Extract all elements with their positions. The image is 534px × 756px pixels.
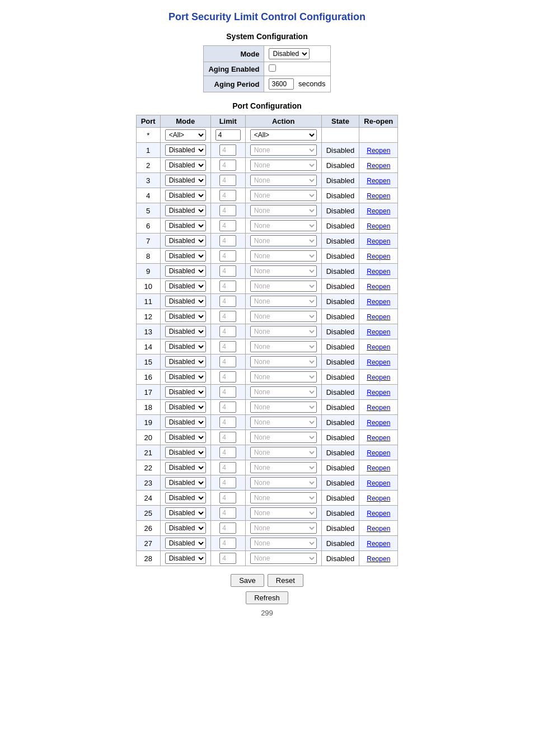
port-all-mode-select[interactable]: <All> Disabled Enabled [165, 129, 206, 141]
reopen-link[interactable]: Reopen [367, 298, 390, 306]
port-mode-select[interactable]: DisabledEnabled [165, 281, 206, 292]
aging-enabled-checkbox[interactable] [269, 64, 276, 72]
port-limit-input[interactable] [219, 265, 236, 277]
port-action-select[interactable]: NoneTrapShutdownTrap & Shutdown [250, 402, 317, 413]
port-action-select[interactable]: NoneTrapShutdownTrap & Shutdown [250, 144, 317, 156]
port-action-select[interactable]: NoneTrapShutdownTrap & Shutdown [250, 538, 317, 549]
port-mode-select[interactable]: DisabledEnabled [165, 447, 206, 458]
port-action-select[interactable]: NoneTrapShutdownTrap & Shutdown [250, 507, 317, 519]
mode-select[interactable]: Disabled Enabled [269, 48, 310, 59]
reopen-link[interactable]: Reopen [367, 464, 390, 472]
reopen-link[interactable]: Reopen [367, 343, 390, 351]
port-mode-select[interactable]: DisabledEnabled [165, 462, 206, 473]
port-action-select[interactable]: NoneTrapShutdownTrap & Shutdown [250, 250, 317, 262]
port-action-select[interactable]: NoneTrapShutdownTrap & Shutdown [250, 492, 317, 503]
port-mode-select[interactable]: DisabledEnabled [165, 311, 206, 322]
port-all-limit-input[interactable] [216, 129, 241, 141]
reopen-link[interactable]: Reopen [367, 555, 390, 563]
port-mode-select[interactable]: DisabledEnabled [165, 477, 206, 488]
port-limit-input[interactable] [219, 462, 236, 473]
port-limit-input[interactable] [219, 220, 236, 231]
port-mode-select[interactable]: DisabledEnabled [165, 356, 206, 367]
refresh-button[interactable]: Refresh [246, 591, 288, 604]
port-limit-input[interactable] [219, 235, 236, 246]
port-reopen[interactable]: Reopen [359, 491, 398, 506]
port-limit-input[interactable] [219, 144, 236, 156]
port-reopen[interactable]: Reopen [359, 521, 398, 536]
port-reopen[interactable]: Reopen [359, 385, 398, 400]
port-reopen[interactable]: Reopen [359, 249, 398, 264]
port-reopen[interactable]: Reopen [359, 536, 398, 551]
reopen-link[interactable]: Reopen [367, 494, 390, 502]
port-limit-input[interactable] [219, 356, 236, 367]
port-reopen[interactable]: Reopen [359, 475, 398, 491]
port-action-select[interactable]: NoneTrapShutdownTrap & Shutdown [250, 190, 317, 201]
port-reopen[interactable]: Reopen [359, 445, 398, 460]
port-mode-select[interactable]: DisabledEnabled [165, 190, 206, 201]
port-reopen[interactable]: Reopen [359, 264, 398, 279]
port-limit-input[interactable] [219, 538, 236, 549]
port-mode-select[interactable]: DisabledEnabled [165, 538, 206, 549]
port-mode-select[interactable]: DisabledEnabled [165, 417, 206, 428]
port-limit-input[interactable] [219, 402, 236, 413]
port-reopen[interactable]: Reopen [359, 430, 398, 445]
port-reopen[interactable]: Reopen [359, 460, 398, 475]
port-mode-select[interactable]: DisabledEnabled [165, 522, 206, 534]
port-limit-input[interactable] [219, 432, 236, 443]
reopen-link[interactable]: Reopen [367, 419, 390, 427]
port-mode-select[interactable]: DisabledEnabled [165, 175, 206, 186]
port-mode-select[interactable]: DisabledEnabled [165, 205, 206, 216]
port-mode-select[interactable]: DisabledEnabled [165, 235, 206, 246]
port-mode-select[interactable]: DisabledEnabled [165, 341, 206, 352]
port-reopen[interactable]: Reopen [359, 354, 398, 370]
port-reopen[interactable]: Reopen [359, 234, 398, 249]
aging-period-input[interactable] [269, 78, 294, 90]
reopen-link[interactable]: Reopen [367, 313, 390, 321]
port-limit-input[interactable] [219, 190, 236, 201]
port-action-select[interactable]: NoneTrapShutdownTrap & Shutdown [250, 553, 317, 564]
port-reopen[interactable]: Reopen [359, 551, 398, 566]
reopen-link[interactable]: Reopen [367, 389, 390, 396]
reopen-link[interactable]: Reopen [367, 540, 390, 548]
port-action-select[interactable]: NoneTrapShutdownTrap & Shutdown [250, 235, 317, 246]
reopen-link[interactable]: Reopen [367, 177, 390, 185]
reopen-link[interactable]: Reopen [367, 253, 390, 260]
port-reopen[interactable]: Reopen [359, 506, 398, 521]
port-limit-input[interactable] [219, 296, 236, 307]
port-action-select[interactable]: NoneTrapShutdownTrap & Shutdown [250, 371, 317, 382]
port-limit-input[interactable] [219, 326, 236, 337]
port-mode-select[interactable]: DisabledEnabled [165, 250, 206, 262]
port-limit-input[interactable] [219, 507, 236, 519]
port-limit-input[interactable] [219, 522, 236, 534]
port-action-select[interactable]: NoneTrapShutdownTrap & Shutdown [250, 220, 317, 231]
port-action-select[interactable]: NoneTrapShutdownTrap & Shutdown [250, 265, 317, 277]
port-action-select[interactable]: NoneTrapShutdownTrap & Shutdown [250, 175, 317, 186]
port-action-select[interactable]: NoneTrapShutdownTrap & Shutdown [250, 462, 317, 473]
reopen-link[interactable]: Reopen [367, 449, 390, 457]
reopen-link[interactable]: Reopen [367, 434, 390, 442]
port-mode-select[interactable]: DisabledEnabled [165, 326, 206, 337]
port-limit-input[interactable] [219, 386, 236, 398]
port-reopen[interactable]: Reopen [359, 218, 398, 234]
port-all-action-select[interactable]: <All> None Trap Shutdown Trap & Shutdown [250, 129, 317, 141]
port-action-select[interactable]: NoneTrapShutdownTrap & Shutdown [250, 432, 317, 443]
port-reopen[interactable]: Reopen [359, 309, 398, 324]
port-action-select[interactable]: NoneTrapShutdownTrap & Shutdown [250, 386, 317, 398]
port-limit-input[interactable] [219, 553, 236, 564]
port-action-select[interactable]: NoneTrapShutdownTrap & Shutdown [250, 296, 317, 307]
port-action-select[interactable]: NoneTrapShutdownTrap & Shutdown [250, 522, 317, 534]
save-button[interactable]: Save [231, 574, 264, 587]
port-limit-input[interactable] [219, 477, 236, 488]
port-mode-select[interactable]: DisabledEnabled [165, 296, 206, 307]
port-limit-input[interactable] [219, 341, 236, 352]
port-reopen[interactable]: Reopen [359, 294, 398, 309]
port-mode-select[interactable]: DisabledEnabled [165, 371, 206, 382]
reopen-link[interactable]: Reopen [367, 222, 390, 230]
port-limit-input[interactable] [219, 160, 236, 171]
reopen-link[interactable]: Reopen [367, 147, 390, 155]
port-reopen[interactable]: Reopen [359, 370, 398, 385]
port-mode-select[interactable]: DisabledEnabled [165, 402, 206, 413]
port-action-select[interactable]: NoneTrapShutdownTrap & Shutdown [250, 341, 317, 352]
port-action-select[interactable]: NoneTrapShutdownTrap & Shutdown [250, 160, 317, 171]
port-mode-select[interactable]: DisabledEnabled [165, 220, 206, 231]
